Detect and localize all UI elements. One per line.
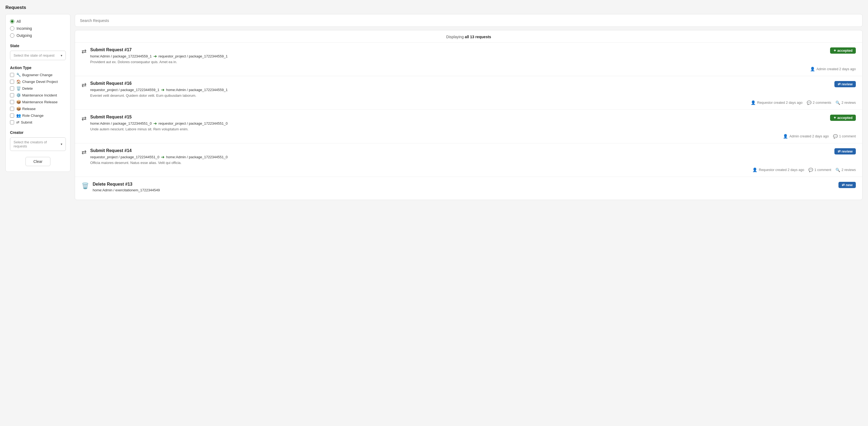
comment-icon: 💬 <box>833 134 838 139</box>
request-title[interactable]: Submit Request #15 <box>90 115 830 120</box>
checkbox-maintenance-incident-label: ⚙️ Maintenance Incident <box>16 93 57 97</box>
request-path: requestor_project / package_1722344551_0… <box>90 154 834 160</box>
checkbox-maintenance-release-label: 📦 Maintenance Release <box>16 100 58 104</box>
creator-select-label: Select the creators of requests <box>13 140 61 148</box>
status-badge: ⇄ review <box>834 148 856 154</box>
checkbox-release-label: 📦 Release <box>16 106 36 111</box>
meta-creator: 👤 Admin created 2 days ago <box>810 67 856 71</box>
request-desc: Unde autem nesciunt. Labore minus sit. R… <box>90 127 830 131</box>
request-title[interactable]: Submit Request #17 <box>90 48 830 52</box>
chevron-down-icon: ▾ <box>61 54 62 57</box>
submit-request-icon: ⇄ <box>82 115 86 122</box>
arrow-icon: ➜ <box>161 154 164 160</box>
checkbox-role-change-label: 👥 Role Change <box>16 113 43 118</box>
maintenance-incident-icon: ⚙️ <box>16 93 21 97</box>
radio-incoming-label: Incoming <box>17 26 32 31</box>
main-content: Displaying all 13 requests ⇄ Submit Requ… <box>75 14 863 200</box>
request-to: requestor_project / package_1722344551_0 <box>158 121 227 125</box>
submit-request-icon: ⇄ <box>82 82 86 89</box>
creator-section: Creator Select the creators of requests … <box>10 130 66 151</box>
clear-button[interactable]: Clear <box>26 157 50 166</box>
meta-creator: 👤 Requestor created 2 days ago <box>752 168 804 172</box>
req-body: Submit Request #17 home:Admin / package_… <box>90 48 830 64</box>
search-input[interactable] <box>80 19 858 23</box>
avatar-icon: 👤 <box>783 134 788 139</box>
submit-request-icon: ⇄ <box>82 149 86 156</box>
chevron-down-icon-creator: ▾ <box>61 142 62 146</box>
state-select[interactable]: Select the state of request ▾ <box>10 51 66 60</box>
maintenance-release-icon: 📦 <box>16 100 21 104</box>
req-body: Submit Request #14 requestor_project / p… <box>90 148 834 165</box>
checkbox-delete[interactable]: 🗑️ Delete <box>10 86 66 91</box>
delete-request-icon: 🗑️ <box>82 182 89 189</box>
radio-outgoing-label: Outgoing <box>17 33 32 38</box>
request-from: home:Admin / package_1722344559_1 <box>90 54 152 58</box>
checkbox-maintenance-incident[interactable]: ⚙️ Maintenance Incident <box>10 93 66 97</box>
avatar-icon: 👤 <box>751 100 756 105</box>
request-meta: 👤 Admin created 2 days ago 💬 1 comment <box>82 134 856 139</box>
request-path: home:Admin / package_1722344551_0 ➜ requ… <box>90 121 830 126</box>
checkbox-maintenance-release[interactable]: 📦 Maintenance Release <box>10 100 66 104</box>
request-path: home:Admin / exercitationem_1722344549 <box>93 188 838 192</box>
meta-creator-text: Admin created 2 days ago <box>816 67 856 71</box>
request-meta: 👤 Requestor created 2 days ago 💬 1 comme… <box>82 168 856 172</box>
action-type-section: Action Type 🔧 Bugowner Change 🏠 C <box>10 66 66 124</box>
change-devel-project-icon: 🏠 <box>16 80 21 84</box>
request-item: 🗑️ Delete Request #13 home:Admin / exerc… <box>75 177 862 200</box>
req-body: Submit Request #15 home:Admin / package_… <box>90 115 830 131</box>
status-badge: ✦ accepted <box>830 48 856 54</box>
radio-all[interactable]: All <box>10 19 66 24</box>
request-from: home:Admin / package_1722344551_0 <box>90 121 152 125</box>
comment-icon: 💬 <box>808 168 813 172</box>
meta-creator: 👤 Admin created 2 days ago <box>783 134 829 139</box>
role-change-icon: 👥 <box>16 113 21 118</box>
request-title[interactable]: Submit Request #16 <box>90 81 834 86</box>
checkbox-bugowner-change-label: 🔧 Bugowner Change <box>16 72 53 77</box>
review-icon: 🔍 <box>836 168 840 172</box>
meta-comments-text: 1 comment <box>839 134 856 138</box>
checkbox-role-change[interactable]: 👥 Role Change <box>10 113 66 118</box>
req-body: Submit Request #16 requestor_project / p… <box>90 81 834 97</box>
creator-select[interactable]: Select the creators of requests ▾ <box>10 138 66 151</box>
requests-panel: Displaying all 13 requests ⇄ Submit Requ… <box>75 30 863 200</box>
page-title: Requests <box>5 5 863 10</box>
request-left: ⇄ Submit Request #14 requestor_project /… <box>82 148 834 165</box>
request-title[interactable]: Submit Request #14 <box>90 148 834 153</box>
checkbox-submit[interactable]: ⇄ Submit <box>10 120 66 124</box>
submit-icon: ⇄ <box>16 120 20 124</box>
req-body: Delete Request #13 home:Admin / exercita… <box>93 182 838 193</box>
search-bar <box>75 14 863 27</box>
meta-creator: 👤 Requestor created 2 days ago <box>751 100 802 105</box>
arrow-icon: ➜ <box>153 121 157 126</box>
request-left: 🗑️ Delete Request #13 home:Admin / exerc… <box>82 182 838 193</box>
radio-incoming[interactable]: Incoming <box>10 26 66 31</box>
delete-icon: 🗑️ <box>16 86 21 91</box>
request-path: requestor_project / package_1722344559_1… <box>90 87 834 92</box>
request-from: home:Admin / exercitationem_1722344549 <box>93 188 160 192</box>
checkbox-bugowner-change[interactable]: 🔧 Bugowner Change <box>10 72 66 77</box>
meta-reviews: 🔍 2 reviews <box>836 100 856 105</box>
checkbox-change-devel-project-label: 🏠 Change Devel Project <box>16 80 58 84</box>
checkbox-change-devel-project[interactable]: 🏠 Change Devel Project <box>10 80 66 84</box>
request-header: ⇄ Submit Request #17 home:Admin / packag… <box>82 48 856 64</box>
request-path: home:Admin / package_1722344559_1 ➜ requ… <box>90 54 830 59</box>
request-desc: Eveniet velit deserunt. Quidem dolor vel… <box>90 93 834 97</box>
request-meta: 👤 Requestor created 2 days ago 💬 2 comme… <box>82 100 856 105</box>
request-item: ⇄ Submit Request #17 home:Admin / packag… <box>75 42 862 76</box>
meta-comments-text: 2 comments <box>813 101 831 104</box>
displaying-count: all 13 requests <box>465 35 491 39</box>
request-header: ⇄ Submit Request #14 requestor_project /… <box>82 148 856 165</box>
request-header: 🗑️ Delete Request #13 home:Admin / exerc… <box>82 182 856 193</box>
request-left: ⇄ Submit Request #16 requestor_project /… <box>82 81 834 97</box>
request-item: ⇄ Submit Request #15 home:Admin / packag… <box>75 110 862 143</box>
sidebar: All Incoming Outgoing State Select the s… <box>5 14 70 172</box>
state-select-label: Select the state of request <box>13 53 55 57</box>
bugowner-change-icon: 🔧 <box>16 72 21 77</box>
avatar-icon: 👤 <box>810 67 815 71</box>
request-desc: Provident aut ex. Dolores consequatur qu… <box>90 60 830 64</box>
checkbox-release[interactable]: 📦 Release <box>10 106 66 111</box>
radio-outgoing[interactable]: Outgoing <box>10 33 66 38</box>
radio-all-label: All <box>17 19 21 24</box>
action-type-checkbox-group: 🔧 Bugowner Change 🏠 Change Devel Project <box>10 72 66 124</box>
request-title[interactable]: Delete Request #13 <box>93 182 838 187</box>
